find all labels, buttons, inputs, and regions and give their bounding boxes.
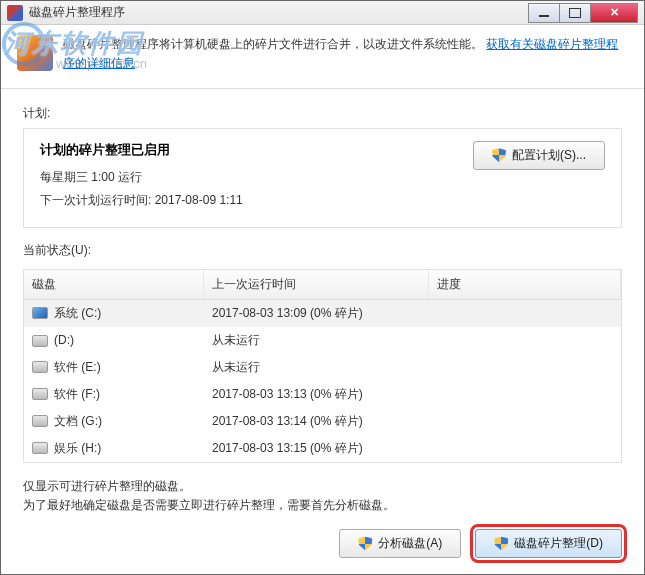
header-description: 磁盘碎片整理程序将计算机硬盘上的碎片文件进行合并，以改进文件系统性能。	[63, 37, 483, 51]
footer-buttons: 分析磁盘(A) 磁盘碎片整理(D)	[23, 529, 622, 558]
last-run-cell: 2017-08-03 13:15 (0% 碎片)	[204, 438, 429, 459]
maximize-button[interactable]	[559, 3, 591, 23]
drive-icon	[32, 442, 48, 454]
analyze-label: 分析磁盘(A)	[378, 535, 442, 552]
plan-info: 计划的碎片整理已启用 每星期三 1:00 运行 下一次计划运行时间: 2017-…	[40, 141, 453, 215]
col-last-run[interactable]: 上一次运行时间	[204, 270, 429, 299]
footer-line2: 为了最好地确定磁盘是否需要立即进行碎片整理，需要首先分析磁盘。	[23, 496, 622, 515]
progress-cell	[429, 392, 621, 396]
window-frame: 磁盘碎片整理程序 磁盘碎片整理程序将计算机硬盘上的碎片文件进行合并，以改进文件系…	[0, 0, 645, 575]
defragment-button[interactable]: 磁盘碎片整理(D)	[475, 529, 622, 558]
plan-next-run: 下一次计划运行时间: 2017-08-09 1:11	[40, 192, 453, 209]
plan-title: 计划的碎片整理已启用	[40, 141, 453, 159]
table-row[interactable]: 软件 (F:)2017-08-03 13:13 (0% 碎片)	[24, 381, 621, 408]
table-body: 系统 (C:)2017-08-03 13:09 (0% 碎片)(D:)从未运行软…	[24, 300, 621, 462]
disk-cell: 娱乐 (H:)	[24, 438, 204, 459]
disk-cell: 软件 (F:)	[24, 384, 204, 405]
progress-cell	[429, 338, 621, 342]
disk-name: (D:)	[54, 333, 74, 347]
drive-icon	[32, 388, 48, 400]
shield-icon	[494, 537, 508, 551]
last-run-cell: 从未运行	[204, 357, 429, 378]
col-disk[interactable]: 磁盘	[24, 270, 204, 299]
configure-schedule-button[interactable]: 配置计划(S)...	[473, 141, 605, 170]
plan-section-label: 计划:	[23, 105, 622, 122]
table-header: 磁盘 上一次运行时间 进度	[24, 270, 621, 300]
table-row[interactable]: 文档 (G:)2017-08-03 13:14 (0% 碎片)	[24, 408, 621, 435]
progress-cell	[429, 446, 621, 450]
progress-cell	[429, 419, 621, 423]
progress-cell	[429, 311, 621, 315]
disk-cell: (D:)	[24, 331, 204, 349]
table-row[interactable]: (D:)从未运行	[24, 327, 621, 354]
disk-table: 磁盘 上一次运行时间 进度 系统 (C:)2017-08-03 13:09 (0…	[23, 269, 622, 463]
configure-schedule-label: 配置计划(S)...	[512, 147, 586, 164]
defrag-icon	[17, 35, 53, 71]
last-run-cell: 2017-08-03 13:09 (0% 碎片)	[204, 303, 429, 324]
body-area: 计划: 计划的碎片整理已启用 每星期三 1:00 运行 下一次计划运行时间: 2…	[1, 89, 644, 574]
disk-name: 娱乐 (H:)	[54, 441, 101, 455]
app-icon	[7, 5, 23, 21]
windows-drive-icon	[32, 307, 48, 319]
table-row[interactable]: 娱乐 (H:)2017-08-03 13:15 (0% 碎片)	[24, 435, 621, 462]
plan-schedule: 每星期三 1:00 运行	[40, 169, 453, 186]
disk-name: 软件 (E:)	[54, 360, 101, 374]
analyze-button[interactable]: 分析磁盘(A)	[339, 529, 461, 558]
close-button[interactable]	[590, 3, 638, 23]
drive-icon	[32, 361, 48, 373]
progress-cell	[429, 365, 621, 369]
minimize-button[interactable]	[528, 3, 560, 23]
drive-icon	[32, 415, 48, 427]
disk-cell: 文档 (G:)	[24, 411, 204, 432]
window-controls	[529, 3, 638, 23]
status-section-label: 当前状态(U):	[23, 242, 622, 259]
table-row[interactable]: 系统 (C:)2017-08-03 13:09 (0% 碎片)	[24, 300, 621, 327]
shield-icon	[492, 148, 506, 162]
plan-panel: 计划的碎片整理已启用 每星期三 1:00 运行 下一次计划运行时间: 2017-…	[23, 128, 622, 228]
disk-cell: 软件 (E:)	[24, 357, 204, 378]
last-run-cell: 从未运行	[204, 330, 429, 351]
footer-line1: 仅显示可进行碎片整理的磁盘。	[23, 477, 622, 496]
disk-cell: 系统 (C:)	[24, 303, 204, 324]
titlebar[interactable]: 磁盘碎片整理程序	[1, 1, 644, 25]
disk-name: 系统 (C:)	[54, 306, 101, 320]
last-run-cell: 2017-08-03 13:13 (0% 碎片)	[204, 384, 429, 405]
shield-icon	[358, 537, 372, 551]
last-run-cell: 2017-08-03 13:14 (0% 碎片)	[204, 411, 429, 432]
footer-text: 仅显示可进行碎片整理的磁盘。 为了最好地确定磁盘是否需要立即进行碎片整理，需要首…	[23, 477, 622, 515]
table-row[interactable]: 软件 (E:)从未运行	[24, 354, 621, 381]
disk-name: 文档 (G:)	[54, 414, 102, 428]
header-text: 磁盘碎片整理程序将计算机硬盘上的碎片文件进行合并，以改进文件系统性能。 获取有关…	[63, 35, 628, 73]
col-progress[interactable]: 进度	[429, 270, 621, 299]
header-panel: 磁盘碎片整理程序将计算机硬盘上的碎片文件进行合并，以改进文件系统性能。 获取有关…	[1, 25, 644, 88]
defragment-label: 磁盘碎片整理(D)	[514, 535, 603, 552]
disk-name: 软件 (F:)	[54, 387, 100, 401]
window-title: 磁盘碎片整理程序	[29, 4, 529, 21]
drive-icon	[32, 335, 48, 347]
